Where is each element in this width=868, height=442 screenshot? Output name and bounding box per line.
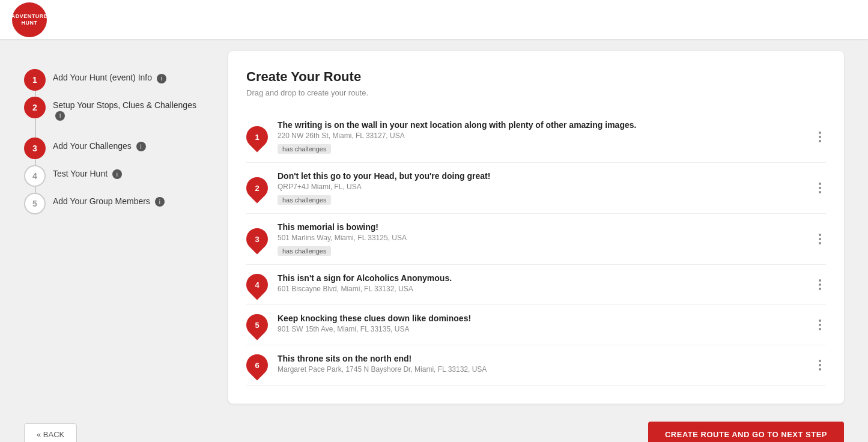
sidebar-item-step1[interactable]: 1 Add Your Hunt (event) Info i	[24, 69, 210, 91]
pin-badge-5: 5	[242, 310, 273, 341]
route-info-1: The writing is on the wall in your next …	[278, 120, 814, 154]
menu-dot	[819, 328, 821, 330]
menu-dot	[819, 283, 821, 286]
menu-dot	[819, 368, 821, 371]
route-title-2: Don't let this go to your Head, but you'…	[278, 171, 814, 181]
next-button[interactable]: CREATE ROUTE AND GO TO NEXT STEP	[648, 422, 844, 442]
info-icon-5[interactable]: i	[155, 197, 165, 207]
route-info-6: This throne sits on the north end! Marga…	[278, 354, 814, 377]
route-item-2[interactable]: 2 Don't let this go to your Head, but yo…	[246, 163, 826, 214]
menu-dot	[819, 238, 821, 240]
sidebar-item-step3[interactable]: 3 Add Your Challenges i	[24, 138, 210, 159]
pin-badge-2: 2	[242, 173, 273, 204]
pin-badge-3: 3	[242, 224, 273, 255]
pin-badge-4: 4	[242, 270, 273, 300]
route-menu-button-6[interactable]	[814, 357, 826, 373]
info-icon-3[interactable]: i	[136, 142, 146, 151]
step-wrapper-3: 3 Add Your Challenges i	[24, 138, 210, 159]
pin-number-3: 3	[255, 235, 259, 244]
menu-dot	[819, 279, 821, 282]
route-address-4: 601 Biscayne Blvd, Miami, FL 33132, USA	[278, 285, 814, 293]
challenge-badge-3: has challenges	[278, 246, 331, 256]
menu-dot	[819, 324, 821, 326]
step-label-5: Add Your Group Members i	[53, 193, 210, 207]
step-number-4: 4	[24, 165, 46, 187]
content-area: Create Your Route Drag and drop to creat…	[228, 51, 844, 404]
sidebar-item-step5[interactable]: 5 Add Your Group Members i	[24, 193, 210, 214]
menu-dot	[819, 319, 821, 322]
logo: ADVENTURE HUNT	[12, 2, 47, 37]
step-number-1: 1	[24, 69, 46, 91]
menu-dot	[819, 288, 821, 290]
pin-badge-6: 6	[242, 350, 273, 381]
step-number-5: 5	[24, 193, 46, 214]
route-info-5: Keep knocking these clues down like domi…	[278, 313, 814, 336]
step-label-2: Setup Your Stops, Clues & Challenges i	[53, 97, 210, 121]
route-info-4: This isn't a sign for Alcoholics Anonymo…	[278, 273, 814, 296]
page-subtitle: Drag and drop to create your route.	[246, 88, 826, 97]
pin-number-1: 1	[255, 133, 259, 142]
menu-dot	[819, 140, 821, 142]
route-item-5[interactable]: 5 Keep knocking these clues down like do…	[246, 305, 826, 345]
challenge-badge-2: has challenges	[278, 195, 331, 205]
route-menu-button-1[interactable]	[814, 129, 826, 145]
step-label-4: Test Your Hunt i	[53, 165, 210, 180]
sidebar-item-step2[interactable]: 2 Setup Your Stops, Clues & Challenges i	[24, 97, 210, 121]
menu-dot	[819, 360, 821, 362]
step-wrapper-2: 2 Setup Your Stops, Clues & Challenges i	[24, 97, 210, 121]
pin-badge-1: 1	[242, 122, 273, 153]
challenge-badge-1: has challenges	[278, 144, 331, 154]
main-layout: 1 Add Your Hunt (event) Info i 2 Setup Y…	[0, 39, 868, 416]
pin-number-2: 2	[255, 184, 259, 193]
route-address-3: 501 Marlins Way, Miami, FL 33125, USA	[278, 234, 814, 242]
pin-number-4: 4	[255, 280, 259, 289]
route-info-2: Don't let this go to your Head, but you'…	[278, 171, 814, 205]
route-title-1: The writing is on the wall in your next …	[278, 120, 814, 130]
route-info-3: This memorial is bowing! 501 Marlins Way…	[278, 222, 814, 256]
step-label-1: Add Your Hunt (event) Info i	[53, 69, 210, 83]
footer-bar: « BACK CREATE ROUTE AND GO TO NEXT STEP	[0, 416, 868, 442]
route-address-5: 901 SW 15th Ave, Miami, FL 33135, USA	[278, 325, 814, 333]
route-address-2: QRP7+4J Miami, FL, USA	[278, 183, 814, 191]
sidebar: 1 Add Your Hunt (event) Info i 2 Setup Y…	[24, 51, 210, 404]
menu-dot	[819, 242, 821, 244]
back-button[interactable]: « BACK	[24, 423, 77, 442]
menu-dot	[819, 234, 821, 236]
route-address-1: 220 NW 26th St, Miami, FL 33127, USA	[278, 132, 814, 140]
route-item-4[interactable]: 4 This isn't a sign for Alcoholics Anony…	[246, 265, 826, 305]
step-number-2: 2	[24, 97, 46, 118]
pin-number-5: 5	[255, 321, 259, 330]
page-title: Create Your Route	[246, 69, 826, 85]
menu-dot	[819, 183, 821, 185]
info-icon-1[interactable]: i	[157, 74, 166, 83]
route-item-3[interactable]: 3 This memorial is bowing! 501 Marlins W…	[246, 214, 826, 265]
route-list: 1 The writing is on the wall in your nex…	[246, 112, 826, 386]
step-wrapper-5: 5 Add Your Group Members i	[24, 193, 210, 214]
route-item-6[interactable]: 6 This throne sits on the north end! Mar…	[246, 345, 826, 386]
step-label-3: Add Your Challenges i	[53, 138, 210, 152]
route-menu-button-3[interactable]	[814, 231, 826, 247]
route-menu-button-4[interactable]	[814, 277, 826, 292]
menu-dot	[819, 364, 821, 366]
menu-dot	[819, 132, 821, 134]
info-icon-4[interactable]: i	[112, 169, 122, 179]
info-icon-2[interactable]: i	[55, 111, 65, 121]
route-item-1[interactable]: 1 The writing is on the wall in your nex…	[246, 112, 826, 163]
sidebar-item-step4[interactable]: 4 Test Your Hunt i	[24, 165, 210, 187]
step-number-3: 3	[24, 138, 46, 159]
menu-dot	[819, 136, 821, 138]
menu-dot	[819, 187, 821, 189]
menu-dot	[819, 191, 821, 193]
route-title-5: Keep knocking these clues down like domi…	[278, 313, 814, 323]
step-wrapper-1: 1 Add Your Hunt (event) Info i	[24, 69, 210, 91]
route-title-6: This throne sits on the north end!	[278, 354, 814, 363]
step-wrapper-4: 4 Test Your Hunt i	[24, 165, 210, 187]
pin-number-6: 6	[255, 361, 259, 370]
route-title-3: This memorial is bowing!	[278, 222, 814, 232]
route-menu-button-2[interactable]	[814, 180, 826, 196]
route-address-6: Margaret Pace Park, 1745 N Bayshore Dr, …	[278, 365, 814, 374]
route-title-4: This isn't a sign for Alcoholics Anonymo…	[278, 273, 814, 283]
header: ADVENTURE HUNT	[0, 0, 868, 39]
route-menu-button-5[interactable]	[814, 317, 826, 333]
